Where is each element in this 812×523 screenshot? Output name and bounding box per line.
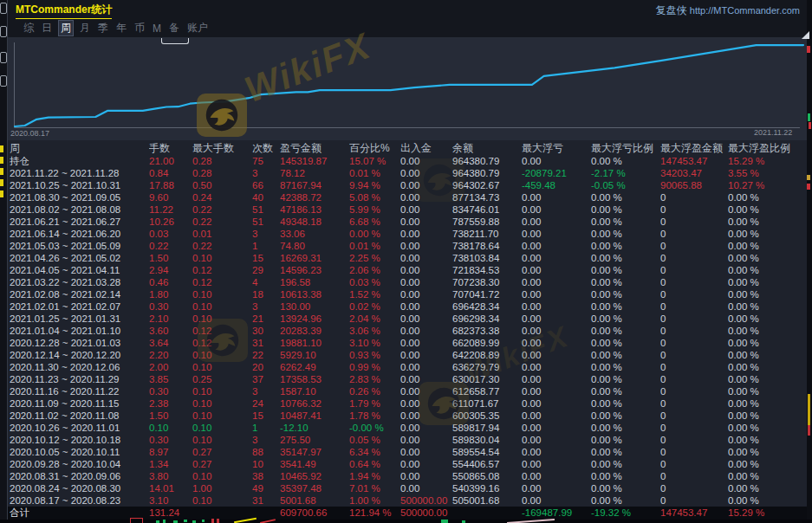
cell-max-float-profit-pct: 0.00 % xyxy=(728,385,808,397)
cell-max-lots: 0.50 xyxy=(192,179,252,191)
cell-count: 18 xyxy=(252,288,280,300)
cell-period: 2020.09.28 ~ 2020.10.04 xyxy=(10,458,149,470)
period-menubar: 综日周月季年币M备账户 xyxy=(8,19,807,38)
cell-balance: 550865.08 xyxy=(452,470,522,482)
menu-item-币[interactable]: 币 xyxy=(133,20,146,36)
cell-max-float-loss: 0.00 xyxy=(522,203,591,216)
table-row[interactable]: 2021.02.08 ~ 2021.02.141.800.101810613.3… xyxy=(8,288,808,300)
cell-in-out: 0.00 xyxy=(400,276,452,288)
table-row[interactable]: 2021.02.01 ~ 2021.02.070.300.103130.000.… xyxy=(8,300,808,313)
table-row[interactable]: 2020.11.30 ~ 2020.12.062.000.10206262.49… xyxy=(8,361,808,373)
cell-max-float-loss: 0.00 xyxy=(522,276,591,288)
cell-period: 2020.11.23 ~ 2020.11.29 xyxy=(10,373,149,385)
cell-period: 2021.01.04 ~ 2021.01.10 xyxy=(10,325,149,337)
cell-max-float-loss-pct: 0.00 % xyxy=(591,300,660,313)
col-header-balance: 余额 xyxy=(452,141,522,155)
cell-pnl: 20283.39 xyxy=(280,325,349,337)
cell-max-float-profit: 0 xyxy=(660,276,728,288)
cell-pnl: 13924.96 xyxy=(280,313,349,325)
table-row[interactable]: 2021.01.25 ~ 2021.01.312.100.102113924.9… xyxy=(8,313,808,325)
menu-item-账户[interactable]: 账户 xyxy=(185,20,210,36)
cell-max-float-loss: 0.00 xyxy=(522,458,591,470)
table-row[interactable]: 2020.11.16 ~ 2020.11.220.300.1031587.100… xyxy=(8,385,808,397)
cell-max-float-profit-pct: 0.00 % xyxy=(728,240,808,252)
total-row[interactable]: 合计131.24609700.66121.94 %500000.00-16948… xyxy=(8,507,808,520)
table-row[interactable]: 2020.09.28 ~ 2020.10.041.340.27103541.49… xyxy=(8,458,808,470)
table-row[interactable]: 2021.08.30 ~ 2021.09.059.600.244042388.7… xyxy=(8,191,808,203)
menu-item-月[interactable]: 月 xyxy=(78,20,92,36)
table-row[interactable]: 2021.01.04 ~ 2021.01.103.600.123020283.3… xyxy=(8,325,808,337)
cell-balance: 964380.79 xyxy=(452,167,522,179)
table-row[interactable]: 2020.12.28 ~ 2021.01.033.640.123119881.1… xyxy=(8,337,808,349)
cell-max-float-loss-pct: 0.00 % xyxy=(591,385,660,397)
cell-count: 31 xyxy=(252,494,280,507)
cell-max-lots: 0.10 xyxy=(192,300,252,313)
background-artifact xyxy=(0,190,3,197)
menu-item-年[interactable]: 年 xyxy=(114,20,128,36)
table-row[interactable]: 2020.11.02 ~ 2020.11.081.500.101510487.4… xyxy=(8,410,808,422)
cell-max-float-profit-pct: 10.27 % xyxy=(728,179,808,191)
table-row[interactable]: 2020.08.24 ~ 2020.08.3014.011.004935397.… xyxy=(8,482,808,494)
cell-lots: 3.80 xyxy=(149,470,192,482)
table-row[interactable]: 2021.08.02 ~ 2021.08.0811.220.225147186.… xyxy=(8,203,808,216)
cell-lots: 2.00 xyxy=(149,361,192,373)
cell-max-float-loss-pct: 0.00 % xyxy=(591,240,660,252)
window-title: MTCommander统计 xyxy=(16,3,112,19)
table-row[interactable]: 2020.10.26 ~ 2020.11.010.100.101-12.10-0… xyxy=(8,422,808,434)
cell-count: 24 xyxy=(252,397,280,410)
cell-balance: 738211.70 xyxy=(452,228,522,240)
cell-lots: 131.24 xyxy=(149,507,192,520)
table-row[interactable]: 2020.11.23 ~ 2020.11.293.850.253717358.5… xyxy=(8,373,808,385)
cell-max-float-loss: -169487.99 xyxy=(522,507,591,520)
cell-in-out: 0.00 xyxy=(400,264,452,276)
cell-pnl-pct: 0.99 % xyxy=(349,361,400,373)
table-row[interactable]: 2020.10.05 ~ 2020.10.118.970.278835147.9… xyxy=(8,446,808,458)
cell-count: 49 xyxy=(252,482,280,494)
col-header-max-float-loss-pct: 最大浮亏比例 xyxy=(591,141,660,155)
cell-count: 3 xyxy=(252,228,280,240)
cell-max-float-loss-pct: 0.00 % xyxy=(591,313,660,325)
cell-balance: 738178.64 xyxy=(452,240,522,252)
cell-max-float-profit-pct: 0.00 % xyxy=(728,410,808,422)
menu-item-周[interactable]: 周 xyxy=(58,20,74,36)
cell-pnl: 47186.13 xyxy=(280,203,349,216)
cell-in-out: 0.00 xyxy=(400,252,452,264)
table-row[interactable]: 2021.10.25 ~ 2021.10.3117.880.506687167.… xyxy=(8,179,808,191)
table-row[interactable]: 2021.06.14 ~ 2021.06.200.030.01333.060.0… xyxy=(8,228,808,240)
table-row[interactable]: 2020.08.31 ~ 2020.09.063.800.103810465.9… xyxy=(8,470,808,482)
menu-item-M[interactable]: M xyxy=(151,22,163,36)
table-row[interactable]: 2020.10.12 ~ 2020.10.180.300.103275.500.… xyxy=(8,434,808,446)
cell-max-float-profit-pct: 0.00 % xyxy=(728,288,808,300)
table-row[interactable]: 2021.05.03 ~ 2021.05.090.220.22174.800.0… xyxy=(8,240,808,252)
titlebar[interactable]: MTCommander统计 复盘侠 http://MTCommander.com xyxy=(8,0,807,19)
table-row[interactable]: 2021.04.26 ~ 2021.05.021.500.101516269.3… xyxy=(8,252,808,264)
cell-pnl: 10465.92 xyxy=(280,470,349,482)
table-row[interactable]: 2021.11.22 ~ 2021.11.280.840.28378.120.0… xyxy=(8,167,808,179)
table-row[interactable]: 2020.08.17 ~ 2020.08.233.100.10315001.68… xyxy=(8,494,808,507)
table-row[interactable]: 持仓21.000.2875145319.8715.07 %0.00964380.… xyxy=(8,155,808,167)
menu-item-季[interactable]: 季 xyxy=(96,20,110,36)
cell-in-out: 0.00 xyxy=(400,240,452,252)
cell-max-float-loss-pct: 0.00 % xyxy=(591,228,660,240)
table-row[interactable]: 2021.04.05 ~ 2021.04.112.940.122914596.2… xyxy=(8,264,808,276)
menu-item-日[interactable]: 日 xyxy=(40,20,54,36)
cell-max-float-profit-pct: 0.00 % xyxy=(728,397,808,410)
background-artifact xyxy=(130,518,143,523)
table-row[interactable]: 2021.06.21 ~ 2021.06.2710.260.225149348.… xyxy=(8,216,808,228)
cell-max-lots: 0.10 xyxy=(192,470,252,482)
cell-max-float-loss-pct: 0.00 % xyxy=(591,422,660,434)
cell-lots: 14.01 xyxy=(149,482,192,494)
background-artifact xyxy=(161,38,189,44)
cell-in-out: 0.00 xyxy=(400,422,452,434)
cell-balance: 738103.84 xyxy=(452,252,522,264)
table-row[interactable]: 2020.12.14 ~ 2020.12.202.200.10225929.10… xyxy=(8,349,808,361)
table-row[interactable]: 2021.03.22 ~ 2021.03.280.460.124196.580.… xyxy=(8,276,808,288)
cell-in-out: 0.00 xyxy=(400,228,452,240)
menu-item-备[interactable]: 备 xyxy=(167,20,181,36)
table-row[interactable]: 2020.11.09 ~ 2020.11.152.380.102410766.3… xyxy=(8,397,808,410)
menu-item-综[interactable]: 综 xyxy=(22,20,36,36)
cell-max-float-profit: 0 xyxy=(660,216,728,228)
col-header-max-float-profit-pct: 最大浮盈比例 xyxy=(728,141,808,155)
cell-lots: 3.10 xyxy=(149,494,192,507)
brand-link[interactable]: 复盘侠 http://MTCommander.com xyxy=(656,3,801,18)
